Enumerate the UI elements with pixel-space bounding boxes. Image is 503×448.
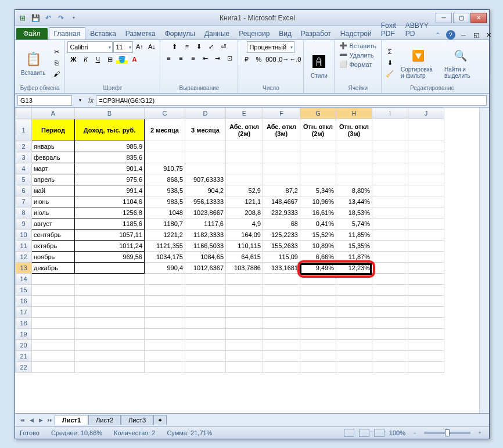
cell-G10[interactable]: 15,52% <box>300 230 336 241</box>
cell-I19[interactable] <box>372 329 408 340</box>
cell-J20[interactable] <box>408 340 444 351</box>
cell-D17[interactable] <box>185 307 226 318</box>
tab-developer[interactable]: Разработ <box>296 28 336 40</box>
fx-icon[interactable]: fx <box>88 96 94 105</box>
col-header-I[interactable]: I <box>372 108 408 119</box>
cell-C17[interactable] <box>145 307 185 318</box>
cell-H12[interactable]: 11,87% <box>336 252 372 263</box>
col-header-J[interactable]: J <box>408 108 444 119</box>
last-sheet-icon[interactable]: ⏭ <box>45 415 55 425</box>
cut-icon[interactable]: ✂ <box>51 46 62 57</box>
italic-icon[interactable]: К <box>80 54 91 64</box>
cell-C7[interactable]: 983,5 <box>145 196 185 207</box>
cell-F14[interactable] <box>263 274 300 285</box>
cell-A9[interactable]: август <box>32 218 75 230</box>
formula-input[interactable]: =СРЗНАЧ(G6:G12) <box>96 95 487 106</box>
cell-B12[interactable]: 969,56 <box>75 252 145 263</box>
cell-G11[interactable]: 10,89% <box>300 241 336 252</box>
cell-C9[interactable]: 1180,7 <box>145 218 185 230</box>
inc-decimal-icon[interactable]: .0→ <box>277 54 289 64</box>
cell-B20[interactable] <box>75 340 145 351</box>
cell-F8[interactable]: 232,9333 <box>263 207 300 218</box>
cell-J8[interactable] <box>408 207 444 218</box>
cell-E4[interactable] <box>226 163 263 174</box>
cell-E12[interactable]: 64,615 <box>226 252 263 263</box>
cell-E9[interactable]: 4,9 <box>226 218 263 230</box>
cell-F3[interactable] <box>263 152 300 163</box>
find-select-button[interactable]: 🔍 Найти и выделить <box>441 45 480 80</box>
zoom-in-icon[interactable]: + <box>475 428 484 438</box>
cell-J16[interactable] <box>408 296 444 307</box>
cell-H7[interactable]: 13,44% <box>336 196 372 207</box>
minimize-button[interactable]: ─ <box>436 13 452 23</box>
cell-A19[interactable] <box>32 329 75 340</box>
cell-F5[interactable] <box>263 174 300 185</box>
cell-B1[interactable]: Доход, тыс. руб. <box>75 119 145 141</box>
paste-button[interactable]: 📋 Вставить <box>17 49 49 77</box>
tab-layout[interactable]: Разметка <box>121 28 160 40</box>
cell-H18[interactable] <box>336 318 372 329</box>
cell-B11[interactable]: 1011,24 <box>75 241 145 252</box>
cell-E14[interactable] <box>226 274 263 285</box>
cell-I15[interactable] <box>372 285 408 296</box>
cell-H11[interactable]: 15,35% <box>336 241 372 252</box>
format-cells-button[interactable]: ⬜Формат <box>337 60 379 69</box>
cell-G19[interactable] <box>300 329 336 340</box>
row-header-17[interactable]: 17 <box>16 307 32 318</box>
cell-F10[interactable]: 125,2233 <box>263 230 300 241</box>
tab-foxit[interactable]: Foxit PDF <box>376 20 401 40</box>
cell-F20[interactable] <box>263 340 300 351</box>
cell-H8[interactable]: 18,53% <box>336 207 372 218</box>
cell-G7[interactable]: 10,96% <box>300 196 336 207</box>
cell-A21[interactable] <box>32 351 75 362</box>
cell-F13[interactable]: 133,1681 <box>263 263 300 274</box>
row-header-5[interactable]: 5 <box>16 174 32 185</box>
cell-J10[interactable] <box>408 230 444 241</box>
redo-icon[interactable]: ↷ <box>56 13 66 23</box>
cell-B21[interactable] <box>75 351 145 362</box>
cell-I22[interactable] <box>372 362 408 373</box>
cell-I20[interactable] <box>372 340 408 351</box>
cell-E3[interactable] <box>226 152 263 163</box>
copy-icon[interactable]: ⎘ <box>51 58 62 68</box>
sheet-tab-2[interactable]: Лист2 <box>88 415 121 425</box>
cell-A5[interactable]: апрель <box>32 174 75 185</box>
row-header-13[interactable]: 13 <box>16 263 32 274</box>
shrink-font-icon[interactable]: A↓ <box>146 41 157 52</box>
cell-I4[interactable] <box>372 163 408 174</box>
align-middle-icon[interactable]: ≡ <box>181 41 193 52</box>
help-icon[interactable]: ? <box>446 30 455 40</box>
cell-C6[interactable]: 938,5 <box>145 185 185 196</box>
cell-H19[interactable] <box>336 329 372 340</box>
merge-icon[interactable]: ⊡ <box>224 53 235 63</box>
row-header-20[interactable]: 20 <box>16 340 32 351</box>
cell-A15[interactable] <box>32 285 75 296</box>
cell-C13[interactable]: 990,4 <box>145 263 185 274</box>
row-header-22[interactable]: 22 <box>16 362 32 373</box>
cell-B14[interactable] <box>75 274 145 285</box>
cell-E10[interactable]: 164,09 <box>226 230 263 241</box>
cell-I13[interactable] <box>372 263 408 274</box>
cell-G14[interactable] <box>300 274 336 285</box>
cell-D1[interactable]: 3 месяца <box>185 119 226 141</box>
row-header-4[interactable]: 4 <box>16 163 32 174</box>
prev-sheet-icon[interactable]: ◀ <box>27 415 36 425</box>
cell-E22[interactable] <box>226 362 263 373</box>
cell-J9[interactable] <box>408 218 444 230</box>
row-header-2[interactable]: 2 <box>16 141 32 152</box>
tab-addins[interactable]: Надстрой <box>336 28 376 40</box>
cell-C11[interactable]: 1121,355 <box>145 241 185 252</box>
cell-J11[interactable] <box>408 241 444 252</box>
font-name-combo[interactable]: Calibri <box>67 41 113 53</box>
cell-G8[interactable]: 16,61% <box>300 207 336 218</box>
cell-J12[interactable] <box>408 252 444 263</box>
font-color-icon[interactable]: А <box>128 54 140 64</box>
cell-D16[interactable] <box>185 296 226 307</box>
align-center-icon[interactable]: ≡ <box>175 53 186 63</box>
cell-H3[interactable] <box>336 152 372 163</box>
cell-B10[interactable]: 1057,11 <box>75 230 145 241</box>
cell-E16[interactable] <box>226 296 263 307</box>
row-header-6[interactable]: 6 <box>16 185 32 196</box>
cell-B19[interactable] <box>75 329 145 340</box>
tab-home[interactable]: Главная <box>49 27 86 40</box>
